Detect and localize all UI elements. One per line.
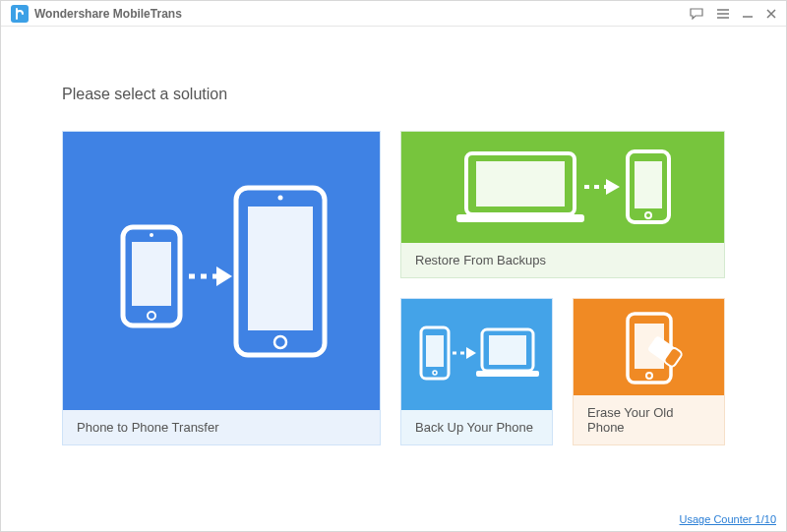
minimize-icon[interactable] [743, 9, 753, 19]
phone-to-phone-icon [63, 132, 380, 410]
page-heading: Please select a solution [62, 86, 725, 103]
svg-rect-5 [248, 207, 313, 330]
backup-icon [401, 299, 552, 410]
feedback-icon[interactable] [690, 8, 703, 20]
card-erase[interactable]: Erase Your Old Phone [573, 298, 725, 445]
svg-rect-18 [489, 335, 526, 365]
svg-rect-10 [456, 214, 584, 222]
card-restore[interactable]: Restore From Backups [400, 131, 725, 278]
erase-icon [574, 299, 724, 395]
menu-icon[interactable] [717, 9, 729, 19]
card-label: Restore From Backups [401, 243, 724, 277]
close-icon[interactable] [766, 9, 776, 19]
app-title: Wondershare MobileTrans [34, 7, 182, 21]
svg-point-6 [278, 195, 283, 200]
app-logo-icon [11, 5, 29, 23]
card-label: Erase Your Old Phone [574, 395, 724, 444]
card-phone-to-phone[interactable]: Phone to Phone Transfer [62, 131, 381, 445]
card-label: Phone to Phone Transfer [63, 410, 380, 444]
card-backup[interactable]: Back Up Your Phone [400, 298, 553, 445]
usage-counter-link[interactable]: Usage Counter 1/10 [680, 513, 776, 525]
svg-point-22 [646, 373, 652, 379]
card-label: Back Up Your Phone [401, 410, 552, 444]
titlebar: Wondershare MobileTrans [1, 1, 786, 27]
svg-rect-19 [476, 371, 539, 377]
svg-rect-1 [132, 242, 171, 306]
svg-rect-12 [635, 161, 662, 208]
svg-point-2 [150, 233, 153, 237]
svg-point-3 [148, 312, 155, 320]
svg-point-16 [433, 371, 437, 375]
restore-icon [401, 132, 724, 243]
svg-point-13 [645, 212, 651, 218]
svg-rect-15 [426, 335, 444, 367]
svg-point-7 [274, 336, 286, 348]
svg-rect-9 [476, 161, 565, 207]
